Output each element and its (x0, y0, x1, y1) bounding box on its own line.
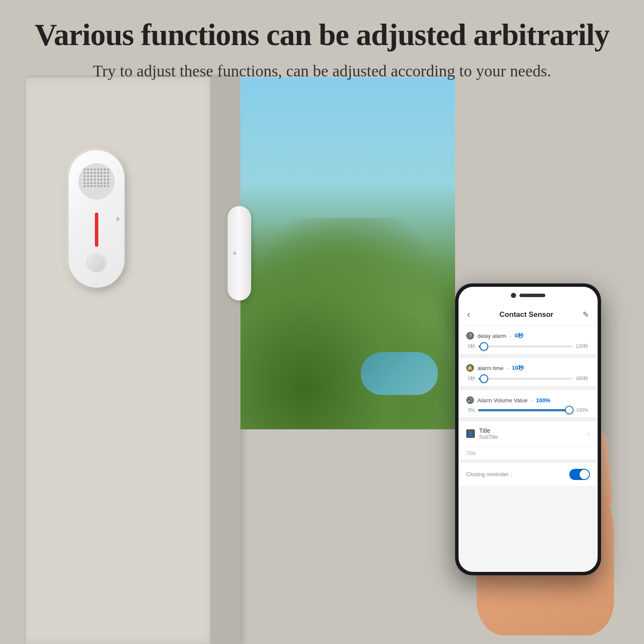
slider-thumb-2[interactable] (565, 406, 574, 414)
divider-1 (459, 355, 598, 358)
alarm-time-icon: 🔔 (466, 364, 474, 372)
nav-row-subtitle: SubTitle (479, 434, 498, 440)
alarm-volume-label: Alarm Volume Value (477, 397, 528, 404)
outdoor-pool (361, 352, 438, 395)
chevron-right-icon: › (587, 429, 590, 438)
device-button[interactable] (88, 253, 105, 270)
alarm-volume-value: 100% (536, 397, 550, 404)
status-indicator (95, 213, 98, 247)
slider-min-0: 0秒 (468, 343, 475, 349)
slider-track-1[interactable] (479, 378, 572, 380)
alarm-volume-icon: 🔊 (466, 396, 474, 404)
delay-alarm-icon: ⏱ (466, 332, 474, 340)
outdoor-scene (240, 77, 455, 429)
delay-alarm-label: delay alarm (477, 333, 506, 339)
delay-alarm-value: 0秒 (515, 332, 523, 340)
edit-button[interactable]: ✎ (583, 310, 589, 319)
divider-3 (459, 418, 598, 421)
slider-max-1: 180秒 (576, 375, 588, 382)
earpiece (519, 294, 545, 297)
delay-alarm-slider: 0秒 120秒 (466, 343, 590, 349)
closing-reminder-label: Closing reminder： (466, 471, 514, 478)
door-frame-edge (210, 77, 240, 644)
title-field-label: Title (466, 450, 476, 456)
alarm-time-slider: 0秒 180秒 (466, 375, 590, 382)
main-title: Various functions can be adjusted arbitr… (26, 17, 618, 53)
sensor-arrow-icon (233, 251, 236, 255)
app-content: ⏱ delay alarm · 0秒 0秒 120秒 (459, 326, 598, 486)
door-frame-left (26, 77, 223, 644)
delay-alarm-dot: · (510, 333, 511, 339)
outdoor-trees (240, 218, 455, 429)
page-container: Various functions can be adjusted arbitr… (0, 0, 644, 644)
slider-max-2: 100% (576, 407, 588, 413)
app-title: Contact Sensor (499, 310, 553, 319)
alarm-time-value: 10秒 (512, 364, 523, 372)
camera-notch (511, 293, 516, 298)
speaker-grille (79, 163, 115, 200)
nav-row-title: Title (479, 427, 498, 434)
slider-max-0: 120秒 (576, 343, 588, 349)
device-body (69, 150, 125, 288)
alarm-time-label: alarm time (477, 365, 504, 371)
device-arrow-icon (117, 216, 120, 222)
alarm-time-dot: · (507, 365, 509, 371)
alarm-volume-setting: 🔊 Alarm Volume Value · 100% 0% 100% (459, 390, 598, 417)
divider-4 (459, 459, 598, 463)
title-field-row: Title (459, 447, 598, 459)
closing-reminder-toggle[interactable] (569, 469, 590, 480)
slider-min-2: 0% (468, 407, 475, 413)
slider-thumb-0[interactable] (480, 342, 488, 351)
phone-container: ‹ Contact Sensor ✎ ⏱ delay alarm · 0秒 (455, 283, 618, 610)
toggle-knob (580, 470, 589, 479)
top-text-area: Various functions can be adjusted arbitr… (0, 0, 644, 93)
divider-2 (459, 387, 598, 390)
door-sensor (228, 206, 251, 301)
delay-alarm-setting: ⏱ delay alarm · 0秒 0秒 120秒 (459, 326, 598, 354)
alarm-volume-slider: 0% 100% (466, 407, 590, 413)
slider-thumb-1[interactable] (480, 374, 488, 383)
closing-reminder-row: Closing reminder： (459, 463, 598, 486)
alarm-time-setting: 🔔 alarm time · 10秒 0秒 180秒 (459, 358, 598, 386)
slider-track-0[interactable] (479, 346, 572, 347)
alarm-volume-dot: · (531, 397, 533, 404)
slider-track-2[interactable] (478, 409, 573, 411)
alarm-device (69, 150, 125, 288)
nav-row-text: Title SubTitle (479, 427, 498, 440)
phone-body: ‹ Contact Sensor ✎ ⏱ delay alarm · 0秒 (455, 283, 601, 575)
sub-title: Try to adjust these functions, can be ad… (26, 61, 618, 80)
title-nav-row[interactable]: 👤 Title SubTitle › (459, 421, 598, 447)
status-bar (459, 287, 598, 304)
sensor-body (228, 206, 251, 301)
title-row-icon: 👤 (466, 429, 475, 438)
app-header: ‹ Contact Sensor ✎ (459, 304, 598, 326)
slider-min-1: 0秒 (468, 375, 475, 382)
back-button[interactable]: ‹ (467, 309, 470, 320)
phone-screen: ‹ Contact Sensor ✎ ⏱ delay alarm · 0秒 (459, 287, 598, 572)
